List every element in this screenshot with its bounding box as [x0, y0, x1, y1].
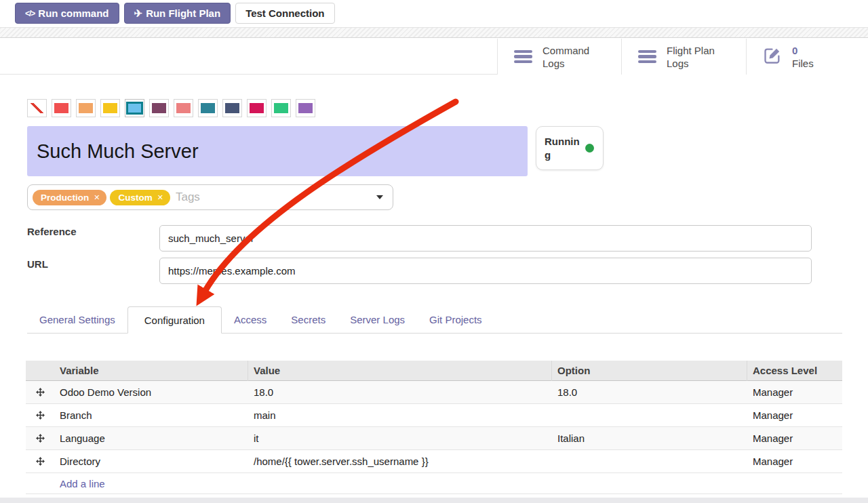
- drag-handle-icon[interactable]: [36, 457, 45, 466]
- reference-label: Reference: [27, 226, 77, 237]
- color-swatch[interactable]: [271, 99, 291, 117]
- tab-access[interactable]: Access: [222, 306, 279, 333]
- column-header-access-level: Access Level: [747, 361, 842, 381]
- status-label: Running: [545, 135, 580, 162]
- run-command-label: Run command: [38, 7, 108, 19]
- color-swatch-selected[interactable]: [125, 99, 144, 117]
- files-label: Files: [792, 57, 814, 70]
- color-swatch[interactable]: [52, 99, 71, 117]
- tab-general-settings[interactable]: General Settings: [27, 306, 127, 333]
- server-name-field[interactable]: Such Much Server: [27, 126, 528, 176]
- table-row[interactable]: Odoo Demo Version 18.0 18.0 Manager: [26, 381, 842, 404]
- test-connection-label: Test Connection: [245, 7, 324, 19]
- list-icon: [638, 50, 656, 64]
- list-icon: [514, 50, 532, 64]
- tab-server-logs[interactable]: Server Logs: [338, 306, 417, 333]
- cell-value[interactable]: it: [248, 432, 552, 444]
- cell-value[interactable]: 18.0: [248, 386, 552, 398]
- cell-option[interactable]: Italian: [552, 432, 747, 444]
- cell-variable[interactable]: Odoo Demo Version: [54, 386, 248, 398]
- drag-handle-icon[interactable]: [36, 434, 45, 443]
- test-connection-button[interactable]: Test Connection: [235, 3, 334, 24]
- cell-value[interactable]: /home/{{ tower.server.ssh_username }}: [248, 456, 552, 467]
- variables-table: Variable Value Option Access Level Odoo …: [26, 361, 842, 494]
- tab-secrets[interactable]: Secrets: [279, 306, 338, 333]
- table-row[interactable]: Directory /home/{{ tower.server.ssh_user…: [26, 450, 842, 473]
- color-palette: [27, 99, 315, 117]
- notebook-tabs: General Settings Configuration Access Se…: [27, 306, 842, 334]
- cell-value[interactable]: main: [248, 409, 552, 421]
- action-bar: </> Run command ✈ Run Flight Plan Test C…: [0, 0, 868, 27]
- server-form-page: </> Run command ✈ Run Flight Plan Test C…: [0, 0, 868, 503]
- page-title: Such Much Server: [37, 140, 199, 163]
- cell-variable[interactable]: Branch: [54, 409, 248, 421]
- cell-access-level[interactable]: Manager: [747, 409, 842, 421]
- color-swatch[interactable]: [76, 99, 96, 117]
- reference-input[interactable]: such_much_server: [159, 225, 812, 252]
- dropdown-caret-icon[interactable]: [376, 195, 383, 199]
- color-swatch[interactable]: [149, 99, 169, 117]
- remove-tag-icon[interactable]: ✕: [157, 193, 163, 202]
- cell-variable[interactable]: Directory: [54, 456, 248, 467]
- cell-option[interactable]: 18.0: [552, 386, 747, 398]
- table-header: Variable Value Option Access Level: [26, 361, 842, 381]
- drag-handle-icon[interactable]: [36, 411, 45, 420]
- column-header-variable: Variable: [54, 361, 248, 381]
- flight-plan-logs-button[interactable]: Flight Plan Logs: [621, 39, 746, 75]
- command-logs-button[interactable]: Command Logs: [497, 39, 621, 75]
- tag-custom[interactable]: Custom ✕: [110, 190, 170, 205]
- color-swatch-none[interactable]: [27, 99, 47, 117]
- tag-label: Custom: [118, 193, 152, 203]
- add-line-row: Add a line: [26, 473, 842, 494]
- status-button[interactable]: Running: [536, 126, 604, 170]
- color-swatch[interactable]: [296, 99, 315, 117]
- table-row[interactable]: Language it Italian Manager: [26, 427, 842, 450]
- status-dot-green: [585, 144, 594, 153]
- cell-access-level[interactable]: Manager: [747, 432, 842, 444]
- color-swatch[interactable]: [222, 99, 242, 117]
- footer-strip: [0, 498, 868, 503]
- table-row[interactable]: Branch main Manager: [26, 404, 842, 427]
- color-swatch[interactable]: [174, 99, 193, 117]
- code-icon: </>: [25, 9, 35, 18]
- tags-input[interactable]: Production ✕ Custom ✕ Tags: [27, 184, 393, 210]
- tag-production[interactable]: Production ✕: [33, 190, 106, 205]
- color-swatch[interactable]: [247, 99, 267, 117]
- run-flight-plan-button[interactable]: ✈ Run Flight Plan: [124, 3, 231, 24]
- files-button[interactable]: 0 Files: [746, 39, 868, 75]
- tags-placeholder: Tags: [176, 190, 200, 204]
- tab-git-projects[interactable]: Git Projects: [417, 306, 494, 333]
- run-command-button[interactable]: </> Run command: [15, 3, 119, 24]
- drag-handle-icon[interactable]: [36, 388, 45, 397]
- run-flight-plan-label: Run Flight Plan: [146, 7, 220, 19]
- control-panel: Command Logs Flight Plan Logs 0 Files: [0, 39, 868, 75]
- flight-plan-logs-label: Flight Plan Logs: [667, 44, 729, 70]
- column-header-option: Option: [552, 361, 747, 381]
- color-swatch[interactable]: [100, 99, 120, 117]
- plane-icon: ✈: [134, 7, 143, 20]
- remove-tag-icon[interactable]: ✕: [94, 193, 100, 202]
- add-a-line-link[interactable]: Add a line: [60, 478, 105, 489]
- tab-configuration[interactable]: Configuration: [127, 306, 222, 334]
- cell-access-level[interactable]: Manager: [747, 456, 842, 467]
- hatched-divider: [0, 27, 868, 38]
- cell-variable[interactable]: Language: [54, 432, 248, 444]
- url-input[interactable]: https://memes.example.com: [159, 258, 812, 284]
- cell-access-level[interactable]: Manager: [747, 386, 842, 398]
- url-label: URL: [27, 258, 48, 270]
- color-swatch[interactable]: [198, 99, 218, 117]
- command-logs-label: Command Logs: [542, 44, 605, 70]
- column-header-value: Value: [248, 361, 552, 381]
- edit-pencil-square-icon: [763, 46, 782, 68]
- tag-label: Production: [41, 193, 89, 203]
- files-count: 0: [792, 44, 814, 57]
